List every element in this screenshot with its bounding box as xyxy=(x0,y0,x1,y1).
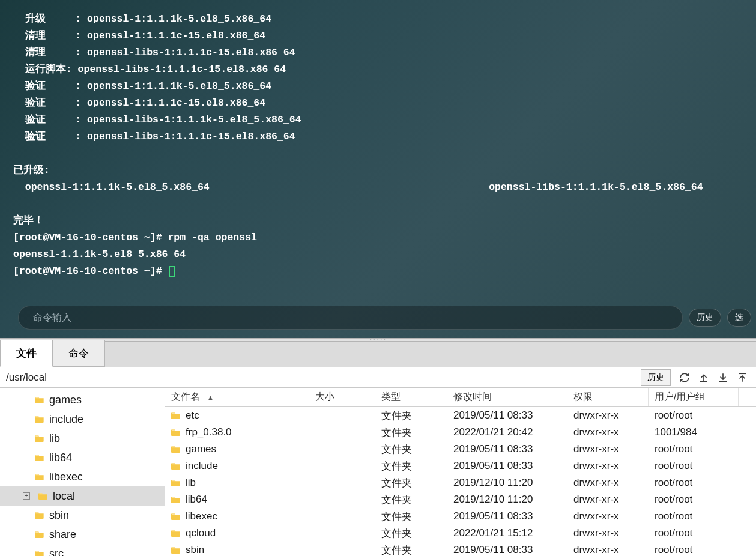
header-type[interactable]: 类型 xyxy=(375,388,447,406)
upload-icon[interactable] xyxy=(737,372,748,383)
file-type: 文件夹 xyxy=(375,443,447,456)
tree-item-libexec[interactable]: libexec xyxy=(0,467,165,486)
divider-grip-icon: • • • • • xyxy=(366,339,390,341)
file-owner: root/root xyxy=(649,494,739,506)
tree-item-label: include xyxy=(49,413,83,426)
tree-item-label: share xyxy=(49,528,76,541)
file-owner: root/root xyxy=(649,409,739,422)
file-mtime: 2019/05/11 08:33 xyxy=(447,544,567,556)
file-row[interactable]: libexec文件夹2019/05/11 08:33drwxr-xr-xroot… xyxy=(165,508,756,525)
up-icon[interactable] xyxy=(698,372,709,383)
tab-file[interactable]: 文件 xyxy=(0,340,53,367)
file-name: frp_0.38.0 xyxy=(186,426,232,438)
file-row[interactable]: qcloud文件夹2022/01/21 15:12drwxr-xr-xroot/… xyxy=(165,525,756,542)
file-perm: drwxr-xr-x xyxy=(567,426,649,438)
file-name: qcloud xyxy=(186,527,216,539)
folder-icon xyxy=(38,492,48,500)
header-mtime[interactable]: 修改时间 xyxy=(447,388,567,406)
file-type: 文件夹 xyxy=(375,476,447,490)
folder-icon xyxy=(171,529,181,537)
tab-command[interactable]: 命令 xyxy=(52,340,105,367)
folder-icon xyxy=(35,396,44,404)
folder-icon xyxy=(171,479,181,487)
file-row[interactable]: frp_0.38.0文件夹2022/01/21 20:42drwxr-xr-x1… xyxy=(165,424,756,441)
file-type: 文件夹 xyxy=(375,426,447,440)
file-name: sbin xyxy=(186,544,204,556)
file-mtime: 2019/05/11 08:33 xyxy=(447,460,567,472)
tree-item-lib64[interactable]: lib64 xyxy=(0,448,165,467)
tree-item-include[interactable]: include xyxy=(0,409,165,429)
file-perm: drwxr-xr-x xyxy=(567,544,649,556)
folder-icon xyxy=(171,495,181,504)
folder-tree[interactable]: gamesincludeliblib64libexec+localsbinsha… xyxy=(0,388,165,556)
header-size[interactable]: 大小 xyxy=(309,388,375,406)
tree-item-label: games xyxy=(49,394,82,406)
file-perm: drwxr-xr-x xyxy=(567,477,649,489)
bottom-tabs: 文件 命令 xyxy=(0,342,756,367)
file-row[interactable]: include文件夹2019/05/11 08:33drwxr-xr-xroot… xyxy=(165,458,756,474)
file-list-header: 文件名▲ 大小 类型 修改时间 权限 用户/用户组 xyxy=(165,388,756,407)
file-type: 文件夹 xyxy=(375,493,447,507)
expand-icon[interactable]: + xyxy=(23,492,30,500)
file-row[interactable]: sbin文件夹2019/05/11 08:33drwxr-xr-xroot/ro… xyxy=(165,542,756,556)
options-button[interactable]: 选 xyxy=(727,309,751,327)
folder-icon xyxy=(35,473,44,481)
folder-icon xyxy=(171,445,181,453)
file-perm: drwxr-xr-x xyxy=(567,460,649,472)
file-perm: drwxr-xr-x xyxy=(567,510,649,522)
folder-icon xyxy=(35,453,44,462)
file-row[interactable]: lib64文件夹2019/12/10 11:20drwxr-xr-xroot/r… xyxy=(165,491,756,508)
file-owner: root/root xyxy=(649,460,739,472)
folder-icon xyxy=(35,511,44,519)
tree-item-lib[interactable]: lib xyxy=(0,429,165,448)
folder-icon xyxy=(171,428,181,437)
tree-item-label: local xyxy=(53,490,75,503)
tree-item-label: sbin xyxy=(49,509,69,522)
path-input[interactable] xyxy=(0,372,641,384)
file-mtime: 2019/12/10 11:20 xyxy=(447,494,567,506)
folder-icon xyxy=(35,530,44,539)
file-mtime: 2019/05/11 08:33 xyxy=(447,443,567,455)
sort-asc-icon: ▲ xyxy=(207,394,214,401)
folder-icon xyxy=(35,549,44,556)
file-row[interactable]: lib文件夹2019/12/10 11:20drwxr-xr-xroot/roo… xyxy=(165,474,756,491)
tree-item-label: lib64 xyxy=(49,452,72,464)
file-type: 文件夹 xyxy=(375,510,447,524)
tree-item-src[interactable]: src xyxy=(0,544,165,556)
file-owner: 1001/984 xyxy=(649,426,739,438)
terminal-pane[interactable]: 升级 : openssl-1:1.1.1k-5.el8_5.x86_64 清理 … xyxy=(0,0,756,338)
file-name: etc xyxy=(186,409,199,422)
file-name: include xyxy=(186,460,218,472)
terminal-cursor xyxy=(169,266,175,277)
tree-item-sbin[interactable]: sbin xyxy=(0,506,165,525)
header-name[interactable]: 文件名▲ xyxy=(165,388,309,406)
folder-icon xyxy=(35,434,44,443)
refresh-icon[interactable] xyxy=(679,372,690,383)
file-mtime: 2019/05/11 08:33 xyxy=(447,409,567,422)
tree-item-local[interactable]: +local xyxy=(0,486,165,506)
file-list[interactable]: 文件名▲ 大小 类型 修改时间 权限 用户/用户组 etc文件夹2019/05/… xyxy=(165,388,756,556)
file-owner: root/root xyxy=(649,477,739,489)
history-button[interactable]: 历史 xyxy=(689,309,721,327)
file-row[interactable]: etc文件夹2019/05/11 08:33drwxr-xr-xroot/roo… xyxy=(165,407,756,424)
file-mtime: 2019/05/11 08:33 xyxy=(447,510,567,522)
file-mtime: 2019/12/10 11:20 xyxy=(447,477,567,489)
command-input[interactable] xyxy=(18,306,683,330)
file-row[interactable]: games文件夹2019/05/11 08:33drwxr-xr-xroot/r… xyxy=(165,441,756,458)
file-owner: root/root xyxy=(649,510,739,522)
tree-item-games[interactable]: games xyxy=(0,390,165,409)
file-type: 文件夹 xyxy=(375,527,447,540)
file-mtime: 2022/01/21 20:42 xyxy=(447,426,567,438)
tree-item-share[interactable]: share xyxy=(0,525,165,544)
header-perm[interactable]: 权限 xyxy=(567,388,649,406)
path-history-button[interactable]: 历史 xyxy=(641,369,671,386)
folder-icon xyxy=(171,462,181,470)
download-icon[interactable] xyxy=(718,372,728,383)
file-mtime: 2022/01/21 15:12 xyxy=(447,527,567,539)
file-perm: drwxr-xr-x xyxy=(567,443,649,455)
header-owner[interactable]: 用户/用户组 xyxy=(649,388,739,406)
file-perm: drwxr-xr-x xyxy=(567,409,649,422)
file-owner: root/root xyxy=(649,443,739,455)
file-owner: root/root xyxy=(649,527,739,539)
file-manager-pane: gamesincludeliblib64libexec+localsbinsha… xyxy=(0,388,756,556)
